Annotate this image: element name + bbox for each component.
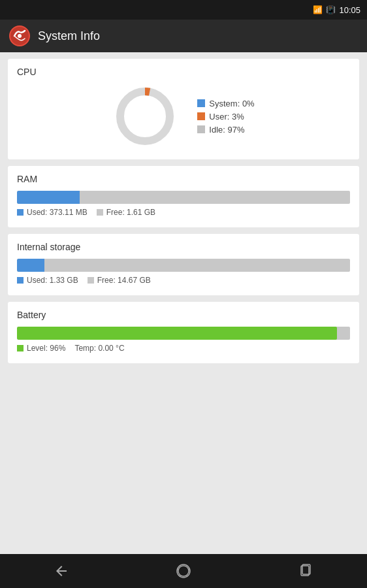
storage-free-label: Free: 14.67 GB: [97, 276, 151, 285]
cpu-idle-label: Idle: 97%: [209, 125, 244, 135]
app-logo: [9, 25, 30, 46]
battery-level-swatch: [17, 345, 24, 351]
home-button[interactable]: [170, 558, 197, 584]
status-icons: 📶 📳 10:05: [313, 5, 360, 15]
bottom-nav: [0, 554, 367, 588]
home-icon: [176, 563, 191, 579]
svg-point-3: [120, 91, 170, 141]
ram-title: RAM: [17, 174, 350, 184]
system-color-swatch: [197, 99, 205, 107]
ram-used-label: Used: 373.11 MB: [27, 208, 88, 217]
ram-legend: Used: 373.11 MB Free: 1.61 GB: [17, 208, 350, 217]
storage-card: Internal storage Used: 1.33 GB Free: 14.…: [8, 234, 359, 295]
cpu-user-label: User: 3%: [209, 112, 244, 122]
battery-progress-bar: [17, 327, 350, 340]
app-bar: System Info: [0, 20, 367, 52]
cpu-legend-idle: Idle: 97%: [197, 125, 254, 135]
storage-legend: Used: 1.33 GB Free: 14.67 GB: [17, 276, 350, 285]
cpu-legend: System: 0% User: 3% Idle: 97%: [197, 99, 254, 135]
cpu-title: CPU: [17, 67, 350, 77]
ram-used-swatch: [17, 209, 24, 216]
bluetooth-icon: 📳: [326, 5, 336, 14]
ram-card: RAM Used: 373.11 MB Free: 1.61 GB: [8, 166, 359, 227]
battery-temp-label: Temp: 0.00 °C: [74, 344, 124, 353]
status-time: 10:05: [339, 5, 360, 15]
battery-title: Battery: [17, 310, 350, 320]
ram-free-swatch: [97, 209, 103, 216]
recent-button[interactable]: [293, 558, 319, 584]
back-icon: [54, 563, 69, 579]
svg-point-2: [18, 34, 22, 38]
cpu-content: System: 0% User: 3% Idle: 97%: [17, 84, 350, 149]
ram-free-label: Free: 1.61 GB: [106, 208, 155, 217]
status-bar: 📶 📳 10:05: [0, 0, 367, 20]
storage-free-swatch: [88, 277, 94, 284]
storage-free-legend: Free: 14.67 GB: [88, 276, 151, 285]
battery-legend: Level: 96% Temp: 0.00 °C: [17, 344, 350, 353]
storage-used-label: Used: 1.33 GB: [27, 276, 78, 285]
cpu-legend-user: User: 3%: [197, 112, 254, 122]
app-title: System Info: [38, 29, 100, 43]
cpu-system-label: System: 0%: [209, 99, 254, 108]
cpu-donut-chart: [112, 84, 178, 149]
back-button[interactable]: [48, 558, 74, 584]
storage-title: Internal storage: [17, 242, 350, 252]
ram-progress-bar: [17, 191, 350, 204]
storage-used-fill: [17, 259, 44, 272]
user-color-swatch: [197, 112, 205, 120]
ram-used-fill: [17, 191, 80, 204]
content-area: CPU System: 0%: [0, 52, 367, 370]
wifi-icon: 📶: [313, 5, 323, 14]
storage-used-swatch: [17, 277, 24, 284]
recent-icon: [298, 563, 313, 579]
battery-level-legend: Level: 96%: [17, 344, 65, 353]
ram-used-legend: Used: 373.11 MB: [17, 208, 88, 217]
storage-progress-bar: [17, 259, 350, 272]
battery-level-fill: [17, 327, 337, 340]
storage-used-legend: Used: 1.33 GB: [17, 276, 78, 285]
battery-level-label: Level: 96%: [27, 344, 65, 353]
cpu-legend-system: System: 0%: [197, 99, 254, 108]
cpu-card: CPU System: 0%: [8, 59, 359, 159]
idle-color-swatch: [197, 125, 205, 133]
battery-card: Battery Level: 96% Temp: 0.00 °C: [8, 302, 359, 363]
ram-free-legend: Free: 1.61 GB: [97, 208, 155, 217]
